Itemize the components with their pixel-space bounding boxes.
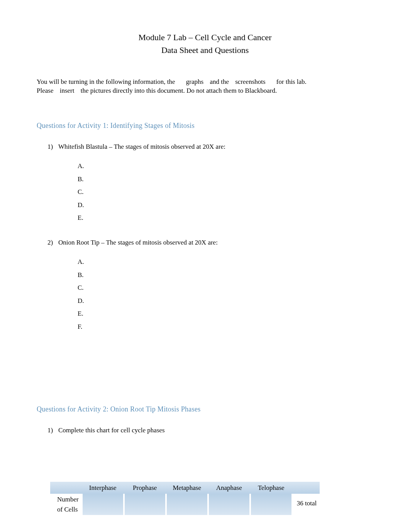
list-item: A. [78, 257, 373, 267]
list-item: D. [78, 296, 373, 306]
list-item: A. [78, 161, 373, 171]
intro-frag: and the [210, 78, 229, 85]
q2-text: Onion Root Tip – The stages of mitosis o… [58, 239, 218, 246]
data-cell [125, 494, 165, 515]
col-header: Prophase [125, 482, 165, 494]
row-label-a: Number [57, 496, 79, 503]
col-header: Telophase [251, 482, 291, 494]
table-row: Number of Cells 36 total [50, 494, 320, 512]
col-header: Interphase [83, 482, 123, 494]
q2-letter-list: A. B. C. D. E. F. [78, 257, 373, 331]
q1-prompt: 1)Whitefish Blastula – The stages of mit… [47, 142, 373, 152]
activity1-q1: 1)Whitefish Blastula – The stages of mit… [37, 142, 373, 223]
title-line-2: Data Sheet and Questions [37, 44, 373, 56]
a2-q1-prompt: 1)Complete this chart for cell cycle pha… [47, 425, 373, 435]
a2-q1-number: 1) [47, 425, 58, 435]
list-item: B. [78, 270, 373, 280]
intro-frag: insert [60, 87, 75, 94]
row-label: Number of Cells [50, 494, 83, 515]
activity1-heading: Questions for Activity 1: Identifying St… [37, 121, 373, 131]
q2-prompt: 2)Onion Root Tip – The stages of mitosis… [47, 238, 373, 248]
data-cell [209, 494, 249, 515]
total-cell: 36 total [291, 494, 320, 512]
data-cell [167, 494, 207, 515]
list-item: D. [78, 200, 373, 210]
q2-number: 2) [47, 238, 58, 248]
title-line-1: Module 7 Lab – Cell Cycle and Cancer [37, 31, 373, 44]
title-block: Module 7 Lab – Cell Cycle and Cancer Dat… [37, 31, 373, 56]
intro-paragraph: You will be turning in the following inf… [37, 78, 373, 95]
list-item: F. [78, 322, 373, 332]
intro-frag: You will be turning in the following inf… [37, 78, 175, 85]
list-item: E. [78, 309, 373, 319]
corner-cell [50, 482, 83, 494]
activity2-heading: Questions for Activity 2: Onion Root Tip… [37, 404, 373, 415]
intro-frag: graphs [186, 78, 203, 85]
list-item: C. [78, 187, 373, 197]
intro-frag: Please [37, 87, 53, 94]
data-cell [251, 494, 291, 515]
q1-text: Whitefish Blastula – The stages of mitos… [58, 143, 225, 150]
data-cell [83, 494, 123, 515]
phase-table-wrap: Interphase Prophase Metaphase Anaphase T… [50, 482, 373, 515]
intro-frag: screenshots [235, 78, 265, 85]
intro-frag: for this lab. [276, 78, 307, 85]
a2-q1-text: Complete this chart for cell cycle phase… [58, 427, 165, 434]
spacer [37, 346, 373, 404]
phase-table: Interphase Prophase Metaphase Anaphase T… [50, 482, 320, 515]
col-header: Anaphase [209, 482, 249, 494]
table-header-row: Interphase Prophase Metaphase Anaphase T… [50, 482, 320, 494]
activity2-q1: 1)Complete this chart for cell cycle pha… [37, 425, 373, 435]
activity1-q2: 2)Onion Root Tip – The stages of mitosis… [37, 238, 373, 332]
q1-number: 1) [47, 142, 58, 152]
row-label-b: of Cells [57, 506, 78, 513]
list-item: C. [78, 283, 373, 293]
total-header [291, 482, 320, 494]
q1-letter-list: A. B. C. D. E. [78, 161, 373, 223]
intro-frag: the pictures directly into this document… [81, 87, 277, 94]
total-cell-empty [291, 513, 320, 515]
list-item: E. [78, 213, 373, 223]
list-item: B. [78, 174, 373, 184]
col-header: Metaphase [167, 482, 207, 494]
